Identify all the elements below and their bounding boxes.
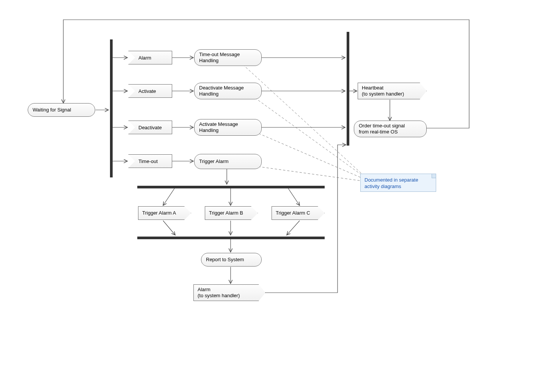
activity-report-to-system: Report to System bbox=[201, 253, 262, 267]
label: Trigger Alarm B bbox=[209, 210, 243, 216]
activity-activate-handling: Activate Message Handling bbox=[194, 119, 262, 136]
send-heartbeat: Heartbeat (to system handler) bbox=[358, 83, 427, 99]
svg-line-17 bbox=[288, 188, 300, 205]
svg-line-18 bbox=[163, 221, 175, 235]
label: Time-out bbox=[138, 158, 158, 164]
label: Documented in separate activity diagrams bbox=[364, 177, 418, 189]
join-bar-horizontal bbox=[137, 237, 325, 239]
svg-line-24 bbox=[255, 98, 364, 177]
send-trigger-alarm-c: Trigger Alarm C bbox=[272, 206, 325, 220]
edge-layer bbox=[0, 0, 556, 392]
svg-line-20 bbox=[287, 221, 300, 235]
activity-waiting-for-signal: Waiting for Signal bbox=[28, 103, 95, 117]
label: Waiting for Signal bbox=[33, 107, 71, 113]
label: Order time-out signal from real-time OS bbox=[359, 123, 405, 135]
svg-line-26 bbox=[254, 166, 364, 181]
label: Activate bbox=[138, 88, 156, 94]
uml-activity-diagram: Waiting for Signal Alarm Activate Deacti… bbox=[0, 0, 556, 392]
label: Deactivate Message Handling bbox=[199, 85, 244, 97]
label: Alarm (to system handler) bbox=[198, 287, 240, 299]
svg-line-25 bbox=[259, 133, 364, 179]
label: Trigger Alarm A bbox=[142, 210, 176, 216]
label: Alarm bbox=[138, 55, 151, 61]
receive-alarm: Alarm bbox=[128, 51, 172, 64]
activity-timeout-handling: Time-out Message Handling bbox=[194, 49, 262, 66]
note-documented-separate: Documented in separate activity diagrams bbox=[360, 174, 436, 192]
send-trigger-alarm-a: Trigger Alarm A bbox=[138, 206, 191, 220]
label: Time-out Message Handling bbox=[199, 52, 240, 64]
label: Deactivate bbox=[138, 125, 162, 130]
fork-bar-1 bbox=[110, 39, 113, 177]
activity-order-timeout: Order time-out signal from real-time OS bbox=[354, 121, 427, 137]
send-alarm-out: Alarm (to system handler) bbox=[193, 284, 265, 301]
svg-line-15 bbox=[163, 188, 174, 205]
receive-timeout: Time-out bbox=[128, 154, 172, 168]
join-bar-2 bbox=[347, 32, 349, 146]
label: Report to System bbox=[206, 257, 244, 263]
activity-trigger-alarm: Trigger Alarm bbox=[194, 154, 262, 169]
activity-deactivate-handling: Deactivate Message Handling bbox=[194, 83, 262, 99]
receive-activate: Activate bbox=[128, 84, 172, 98]
fork-bar-horizontal bbox=[137, 186, 325, 188]
receive-deactivate: Deactivate bbox=[128, 121, 172, 134]
label: Activate Message Handling bbox=[199, 121, 238, 134]
label: Trigger Alarm C bbox=[276, 210, 310, 216]
send-trigger-alarm-b: Trigger Alarm B bbox=[205, 206, 258, 220]
label: Heartbeat (to system handler) bbox=[362, 85, 404, 97]
label: Trigger Alarm bbox=[199, 158, 229, 165]
